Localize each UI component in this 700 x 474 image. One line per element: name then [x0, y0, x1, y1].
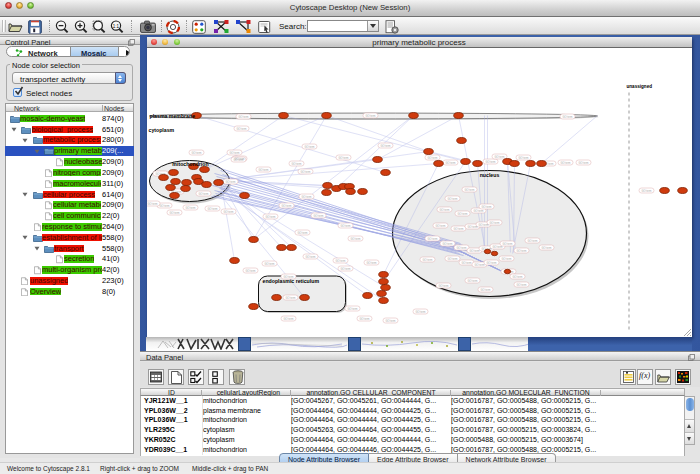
- svg-text:unassigned: unassigned: [626, 83, 652, 88]
- svg-text:GO:term: GO:term: [147, 201, 157, 205]
- svg-text:GO:term: GO:term: [489, 220, 499, 224]
- svg-text:GO:term: GO:term: [445, 160, 455, 164]
- svg-text:GO:term: GO:term: [338, 155, 348, 159]
- svg-text:GO:term: GO:term: [350, 236, 360, 240]
- svg-text:GO:term: GO:term: [516, 248, 526, 252]
- svg-text:GO:term: GO:term: [283, 316, 293, 320]
- svg-text:GO:term: GO:term: [501, 256, 511, 260]
- svg-text:endoplasmic reticulum: endoplasmic reticulum: [262, 277, 319, 283]
- svg-text:GO:term: GO:term: [245, 268, 255, 272]
- svg-text:GO:term: GO:term: [264, 261, 274, 265]
- svg-text:GO:term: GO:term: [474, 262, 484, 266]
- svg-text:GO:term: GO:term: [198, 191, 208, 195]
- svg-text:GO:term: GO:term: [285, 295, 295, 299]
- svg-text:GO:term: GO:term: [447, 256, 457, 260]
- svg-text:GO:term: GO:term: [304, 144, 314, 148]
- svg-text:GO:term: GO:term: [258, 167, 268, 171]
- svg-text:GO:term: GO:term: [560, 160, 570, 164]
- svg-text:GO:term: GO:term: [512, 274, 522, 278]
- svg-text:GO:term: GO:term: [191, 150, 201, 154]
- svg-text:GO:term: GO:term: [313, 213, 323, 217]
- svg-text:mitochondrion: mitochondrion: [172, 160, 208, 166]
- svg-text:GO:term: GO:term: [265, 214, 275, 218]
- svg-text:GO:term: GO:term: [366, 260, 376, 264]
- svg-text:GO:term: GO:term: [225, 179, 235, 183]
- svg-text:GO:term: GO:term: [415, 309, 425, 313]
- svg-text:GO:term: GO:term: [485, 159, 495, 163]
- svg-text:GO:term: GO:term: [461, 260, 471, 264]
- svg-text:GO:term: GO:term: [281, 203, 291, 207]
- svg-text:GO:term: GO:term: [541, 245, 551, 249]
- svg-text:GO:term: GO:term: [380, 143, 390, 147]
- svg-text:GO:term: GO:term: [300, 169, 310, 173]
- svg-text:GO:term: GO:term: [480, 287, 490, 291]
- svg-text:GO:term: GO:term: [385, 318, 395, 322]
- svg-text:GO:term: GO:term: [473, 208, 483, 212]
- svg-text:GO:term: GO:term: [297, 230, 307, 234]
- svg-text:GO:term: GO:term: [492, 244, 502, 248]
- svg-text:GO:term: GO:term: [486, 260, 496, 264]
- svg-text:GO:term: GO:term: [291, 161, 301, 165]
- svg-text:GO:term: GO:term: [185, 205, 195, 209]
- svg-text:GO:term: GO:term: [233, 157, 243, 161]
- svg-text:GO:term: GO:term: [641, 188, 651, 192]
- svg-text:GO:term: GO:term: [516, 282, 526, 286]
- svg-text:GO:term: GO:term: [494, 154, 504, 158]
- svg-text:GO:term: GO:term: [457, 211, 467, 215]
- svg-text:GO:term: GO:term: [447, 196, 457, 200]
- svg-text:GO:term: GO:term: [238, 114, 248, 118]
- svg-text:GO:term: GO:term: [340, 266, 350, 270]
- svg-text:nucleus: nucleus: [479, 171, 499, 177]
- svg-text:GO:term: GO:term: [481, 204, 491, 208]
- svg-text:GO:term: GO:term: [464, 187, 474, 191]
- svg-text:GO:term: GO:term: [439, 207, 449, 211]
- svg-text:GO:term: GO:term: [502, 241, 512, 245]
- svg-text:GO:term: GO:term: [301, 194, 311, 198]
- svg-text:GO:term: GO:term: [435, 223, 445, 227]
- svg-text:GO:term: GO:term: [456, 245, 466, 249]
- svg-text:GO:term: GO:term: [229, 150, 239, 154]
- svg-text:GO:term: GO:term: [518, 155, 528, 159]
- svg-text:GO:term: GO:term: [335, 258, 345, 262]
- svg-text:1:1: 1:1: [113, 23, 120, 28]
- svg-text:GO:term: GO:term: [359, 316, 369, 320]
- svg-text:GO:term: GO:term: [340, 223, 350, 227]
- svg-text:cytoplasm: cytoplasm: [148, 126, 174, 132]
- svg-text:GO:term: GO:term: [467, 224, 477, 228]
- svg-text:GO:term: GO:term: [169, 210, 179, 214]
- svg-text:GO:term: GO:term: [422, 257, 432, 261]
- svg-text:GO:term: GO:term: [365, 113, 375, 117]
- svg-text:plasma membrane: plasma membrane: [149, 113, 195, 119]
- svg-text:GO:term: GO:term: [442, 241, 452, 245]
- svg-text:GO:term: GO:term: [578, 160, 588, 164]
- svg-text:GO:term: GO:term: [427, 236, 437, 240]
- svg-text:GO:term: GO:term: [562, 114, 572, 118]
- svg-text:GO:term: GO:term: [527, 238, 537, 242]
- svg-text:GO:term: GO:term: [438, 283, 448, 287]
- svg-text:GO:term: GO:term: [207, 206, 217, 210]
- svg-text:GO:term: GO:term: [478, 222, 488, 226]
- svg-text:GO:term: GO:term: [427, 155, 437, 159]
- svg-text:GO:term: GO:term: [305, 254, 315, 258]
- svg-text:GO:term: GO:term: [236, 126, 246, 130]
- svg-text:GO:term: GO:term: [159, 203, 169, 207]
- svg-text:GO:term: GO:term: [467, 278, 477, 282]
- svg-text:GO:term: GO:term: [223, 209, 233, 213]
- svg-text:GO:term: GO:term: [469, 248, 479, 252]
- svg-text:GO:term: GO:term: [453, 226, 463, 230]
- svg-text:GO:term: GO:term: [347, 306, 357, 310]
